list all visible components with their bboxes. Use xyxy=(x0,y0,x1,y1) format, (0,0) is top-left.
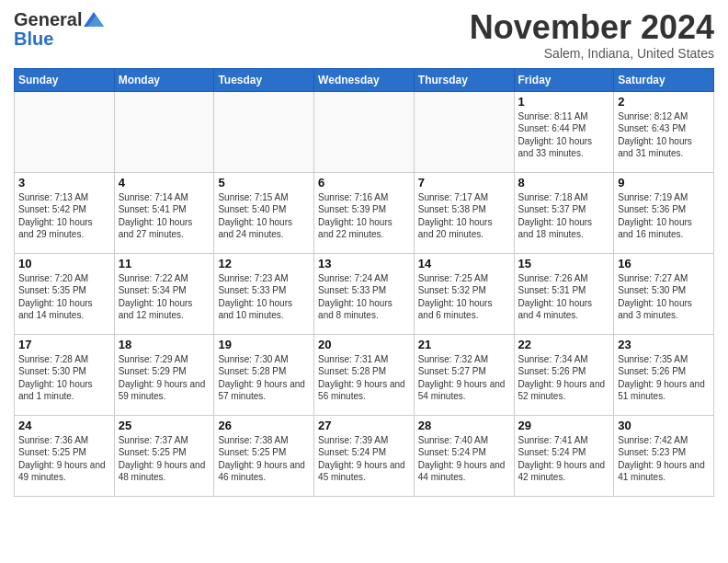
location: Salem, Indiana, United States xyxy=(470,46,714,61)
day-info: Sunrise: 7:18 AMSunset: 5:37 PMDaylight:… xyxy=(518,191,610,241)
calendar-cell: 22Sunrise: 7:34 AMSunset: 5:26 PMDayligh… xyxy=(514,334,614,415)
day-info: Sunrise: 7:32 AMSunset: 5:27 PMDaylight:… xyxy=(418,353,510,403)
day-number: 2 xyxy=(618,95,710,109)
header: General Blue November 2024 Salem, Indian… xyxy=(14,9,714,61)
page-container: General Blue November 2024 Salem, Indian… xyxy=(0,0,728,506)
header-cell-wednesday: Wednesday xyxy=(314,68,415,91)
calendar-cell: 15Sunrise: 7:26 AMSunset: 5:31 PMDayligh… xyxy=(514,253,614,334)
calendar-cell: 23Sunrise: 7:35 AMSunset: 5:26 PMDayligh… xyxy=(614,334,714,415)
day-number: 18 xyxy=(119,338,210,351)
day-number: 1 xyxy=(518,95,610,109)
header-cell-monday: Monday xyxy=(114,68,214,91)
week-row-3: 10Sunrise: 7:20 AMSunset: 5:35 PMDayligh… xyxy=(15,253,714,334)
day-info: Sunrise: 7:42 AMSunset: 5:23 PMDaylight:… xyxy=(618,434,710,484)
day-info: Sunrise: 7:27 AMSunset: 5:30 PMDaylight:… xyxy=(618,272,710,322)
week-row-4: 17Sunrise: 7:28 AMSunset: 5:30 PMDayligh… xyxy=(15,334,714,415)
day-info: Sunrise: 7:13 AMSunset: 5:42 PMDaylight:… xyxy=(18,191,110,241)
day-number: 19 xyxy=(218,338,310,351)
day-info: Sunrise: 7:22 AMSunset: 5:34 PMDaylight:… xyxy=(119,272,210,322)
header-row: SundayMondayTuesdayWednesdayThursdayFrid… xyxy=(15,68,714,91)
calendar-cell: 4Sunrise: 7:14 AMSunset: 5:41 PMDaylight… xyxy=(114,172,214,253)
calendar-cell: 10Sunrise: 7:20 AMSunset: 5:35 PMDayligh… xyxy=(15,253,115,334)
calendar-cell: 26Sunrise: 7:38 AMSunset: 5:25 PMDayligh… xyxy=(214,415,314,496)
calendar-cell: 18Sunrise: 7:29 AMSunset: 5:29 PMDayligh… xyxy=(114,334,214,415)
day-number: 15 xyxy=(518,257,610,270)
day-number: 6 xyxy=(318,176,410,190)
calendar-cell xyxy=(114,91,214,172)
day-number: 23 xyxy=(618,338,710,351)
day-info: Sunrise: 7:16 AMSunset: 5:39 PMDaylight:… xyxy=(318,191,410,241)
calendar-cell: 2Sunrise: 8:12 AMSunset: 6:43 PMDaylight… xyxy=(614,91,714,172)
day-info: Sunrise: 7:39 AMSunset: 5:24 PMDaylight:… xyxy=(318,434,410,484)
calendar-cell: 24Sunrise: 7:36 AMSunset: 5:25 PMDayligh… xyxy=(15,415,115,496)
day-number: 11 xyxy=(119,257,210,270)
day-info: Sunrise: 7:36 AMSunset: 5:25 PMDaylight:… xyxy=(18,434,110,484)
calendar-cell: 12Sunrise: 7:23 AMSunset: 5:33 PMDayligh… xyxy=(214,253,314,334)
calendar-table: SundayMondayTuesdayWednesdayThursdayFrid… xyxy=(14,68,714,497)
calendar-cell xyxy=(15,91,115,172)
day-number: 30 xyxy=(618,419,710,432)
calendar-cell: 8Sunrise: 7:18 AMSunset: 5:37 PMDaylight… xyxy=(514,172,614,253)
week-row-5: 24Sunrise: 7:36 AMSunset: 5:25 PMDayligh… xyxy=(15,415,714,496)
day-number: 24 xyxy=(18,419,110,432)
day-info: Sunrise: 7:34 AMSunset: 5:26 PMDaylight:… xyxy=(518,353,610,403)
calendar-cell: 6Sunrise: 7:16 AMSunset: 5:39 PMDaylight… xyxy=(314,172,415,253)
calendar-cell: 11Sunrise: 7:22 AMSunset: 5:34 PMDayligh… xyxy=(114,253,214,334)
day-info: Sunrise: 7:37 AMSunset: 5:25 PMDaylight:… xyxy=(119,434,210,484)
day-number: 25 xyxy=(119,419,210,432)
calendar-cell: 1Sunrise: 8:11 AMSunset: 6:44 PMDaylight… xyxy=(514,91,614,172)
logo-general: General xyxy=(14,9,82,30)
day-number: 4 xyxy=(119,176,210,190)
day-info: Sunrise: 7:40 AMSunset: 5:24 PMDaylight:… xyxy=(418,434,510,484)
day-number: 12 xyxy=(218,257,310,270)
day-number: 9 xyxy=(618,176,710,190)
day-info: Sunrise: 7:31 AMSunset: 5:28 PMDaylight:… xyxy=(318,353,410,403)
calendar-cell: 5Sunrise: 7:15 AMSunset: 5:40 PMDaylight… xyxy=(214,172,314,253)
day-info: Sunrise: 7:29 AMSunset: 5:29 PMDaylight:… xyxy=(119,353,210,403)
header-cell-saturday: Saturday xyxy=(614,68,714,91)
day-number: 21 xyxy=(418,338,510,351)
calendar-cell xyxy=(214,91,314,172)
day-info: Sunrise: 8:11 AMSunset: 6:44 PMDaylight:… xyxy=(518,110,610,160)
day-number: 5 xyxy=(218,176,310,190)
calendar-cell: 21Sunrise: 7:32 AMSunset: 5:27 PMDayligh… xyxy=(414,334,514,415)
day-number: 28 xyxy=(418,419,510,432)
day-info: Sunrise: 7:20 AMSunset: 5:35 PMDaylight:… xyxy=(18,272,110,322)
day-info: Sunrise: 7:38 AMSunset: 5:25 PMDaylight:… xyxy=(218,434,310,484)
day-info: Sunrise: 7:17 AMSunset: 5:38 PMDaylight:… xyxy=(418,191,510,241)
calendar-cell: 7Sunrise: 7:17 AMSunset: 5:38 PMDaylight… xyxy=(414,172,514,253)
day-number: 26 xyxy=(218,419,310,432)
calendar-cell: 3Sunrise: 7:13 AMSunset: 5:42 PMDaylight… xyxy=(15,172,115,253)
week-row-1: 1Sunrise: 8:11 AMSunset: 6:44 PMDaylight… xyxy=(15,91,714,172)
calendar-header: SundayMondayTuesdayWednesdayThursdayFrid… xyxy=(15,68,714,91)
day-number: 16 xyxy=(618,257,710,270)
day-info: Sunrise: 7:24 AMSunset: 5:33 PMDaylight:… xyxy=(318,272,410,322)
day-info: Sunrise: 7:41 AMSunset: 5:24 PMDaylight:… xyxy=(518,434,610,484)
logo-blue: Blue xyxy=(14,29,53,50)
day-info: Sunrise: 7:25 AMSunset: 5:32 PMDaylight:… xyxy=(418,272,510,322)
day-info: Sunrise: 7:26 AMSunset: 5:31 PMDaylight:… xyxy=(518,272,610,322)
logo-icon xyxy=(84,12,104,27)
calendar-cell xyxy=(314,91,415,172)
calendar-cell xyxy=(414,91,514,172)
calendar-cell: 25Sunrise: 7:37 AMSunset: 5:25 PMDayligh… xyxy=(114,415,214,496)
header-cell-friday: Friday xyxy=(514,68,614,91)
week-row-2: 3Sunrise: 7:13 AMSunset: 5:42 PMDaylight… xyxy=(15,172,714,253)
logo: General Blue xyxy=(14,9,104,50)
day-info: Sunrise: 7:30 AMSunset: 5:28 PMDaylight:… xyxy=(218,353,310,403)
day-number: 14 xyxy=(418,257,510,270)
day-info: Sunrise: 8:12 AMSunset: 6:43 PMDaylight:… xyxy=(618,110,710,160)
day-info: Sunrise: 7:35 AMSunset: 5:26 PMDaylight:… xyxy=(618,353,710,403)
day-info: Sunrise: 7:14 AMSunset: 5:41 PMDaylight:… xyxy=(119,191,210,241)
day-number: 8 xyxy=(518,176,610,190)
month-title: November 2024 xyxy=(470,9,714,46)
title-block: November 2024 Salem, Indiana, United Sta… xyxy=(470,9,714,61)
day-number: 13 xyxy=(318,257,410,270)
calendar-cell: 20Sunrise: 7:31 AMSunset: 5:28 PMDayligh… xyxy=(314,334,415,415)
calendar-cell: 30Sunrise: 7:42 AMSunset: 5:23 PMDayligh… xyxy=(614,415,714,496)
calendar-cell: 29Sunrise: 7:41 AMSunset: 5:24 PMDayligh… xyxy=(514,415,614,496)
day-number: 20 xyxy=(318,338,410,351)
calendar-body: 1Sunrise: 8:11 AMSunset: 6:44 PMDaylight… xyxy=(15,91,714,496)
day-number: 17 xyxy=(18,338,110,351)
calendar-cell: 17Sunrise: 7:28 AMSunset: 5:30 PMDayligh… xyxy=(15,334,115,415)
